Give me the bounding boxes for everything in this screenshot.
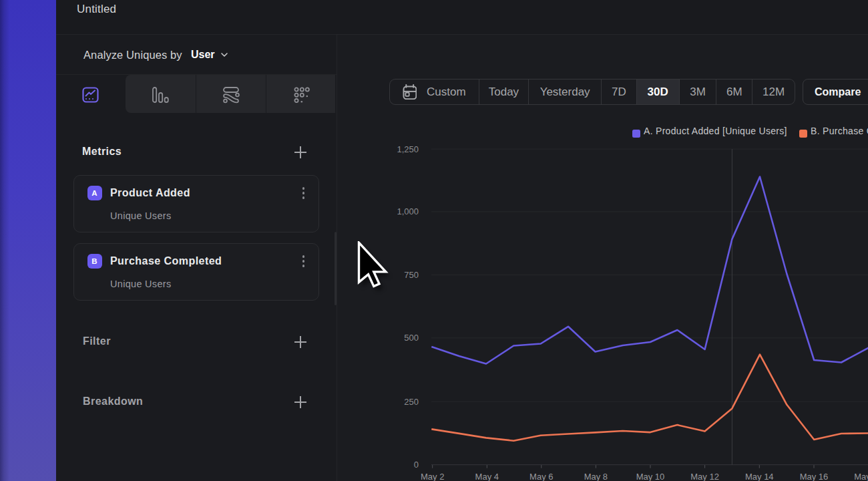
svg-text:500: 500 [404,333,419,343]
svg-text:750: 750 [404,270,419,280]
svg-text:May 2: May 2 [421,472,444,481]
svg-text:1,000: 1,000 [397,206,419,216]
svg-text:May 8: May 8 [584,472,608,481]
svg-text:May 12: May 12 [690,472,719,481]
svg-text:May 6: May 6 [529,472,553,481]
svg-text:1,250: 1,250 [397,144,419,154]
svg-text:250: 250 [404,397,419,407]
svg-text:May 16: May 16 [800,472,829,481]
svg-text:May 4: May 4 [475,472,499,481]
svg-text:May 18: May 18 [854,472,868,481]
svg-text:May 10: May 10 [636,472,665,481]
svg-text:0: 0 [414,460,419,470]
svg-text:May 14: May 14 [745,472,774,481]
